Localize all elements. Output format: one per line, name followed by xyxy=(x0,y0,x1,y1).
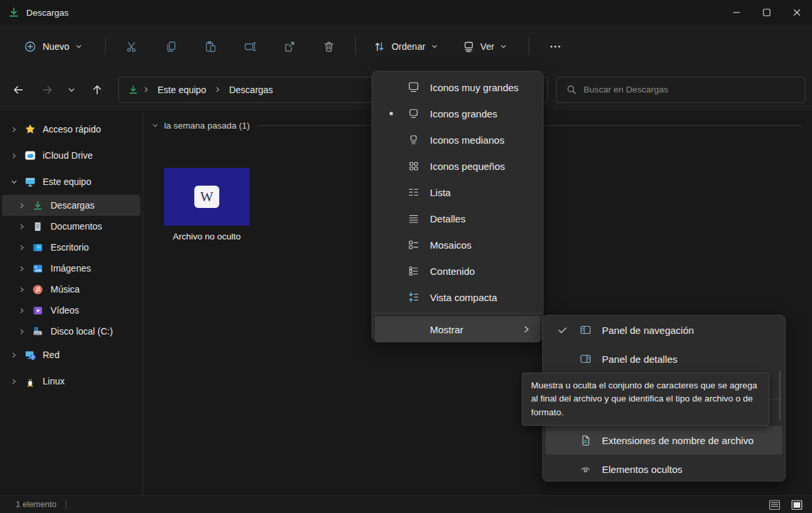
menu-item-label: Lista xyxy=(430,187,451,198)
close-icon xyxy=(792,7,802,18)
chevron-right-icon[interactable] xyxy=(11,352,18,358)
download-icon xyxy=(32,200,44,211)
rename-button[interactable] xyxy=(237,33,263,60)
menu-item-iconos-muy-grandes[interactable]: Iconos muy grandes xyxy=(375,74,540,100)
network-icon xyxy=(24,349,36,361)
submenu-item-label: Panel de navegación xyxy=(602,325,694,336)
menu-item-lista[interactable]: Lista xyxy=(375,179,540,205)
large-icons-icon xyxy=(408,108,419,119)
submenu-item-elementos-ocultos[interactable]: Elementos ocultos xyxy=(545,455,782,483)
sidebar-item-este-equipo[interactable]: Este equipo xyxy=(2,169,140,195)
share-button[interactable] xyxy=(276,33,303,60)
chevron-right-icon[interactable] xyxy=(19,203,26,209)
trash-icon xyxy=(322,40,335,53)
breadcrumb-item-este-equipo[interactable]: Este equipo xyxy=(154,83,210,97)
chevron-down-icon xyxy=(500,43,507,51)
chevron-right-icon[interactable] xyxy=(11,153,18,159)
downloads-folder-icon xyxy=(128,85,139,95)
plus-circle-icon xyxy=(24,40,37,53)
chevron-right-icon xyxy=(142,86,150,93)
sidebar-item-videos[interactable]: Vídeos xyxy=(2,300,140,321)
details-view-toggle[interactable] xyxy=(766,498,783,512)
paste-icon xyxy=(204,40,217,53)
thumbnail-view-icon xyxy=(790,499,803,511)
more-options-button[interactable] xyxy=(542,33,568,60)
search-box[interactable] xyxy=(556,77,805,103)
disk-icon xyxy=(32,326,44,337)
cut-button[interactable] xyxy=(119,33,145,60)
sidebar-item-red[interactable]: Red xyxy=(2,342,140,368)
scrollbar[interactable] xyxy=(779,371,780,421)
document-icon xyxy=(32,221,44,232)
search-input[interactable] xyxy=(584,85,805,94)
chevron-down-icon[interactable] xyxy=(152,122,159,129)
submenu-item-panel-de-detalles[interactable]: Panel de detalles xyxy=(545,344,782,373)
submenu-item-panel-de-navegacion[interactable]: Panel de navegación xyxy=(545,316,782,344)
chevron-right-icon[interactable] xyxy=(19,245,26,251)
scissors-icon xyxy=(125,40,139,53)
menu-item-mosaicos[interactable]: Mosaicos xyxy=(375,232,540,258)
sidebar-item-label: Música xyxy=(51,284,79,295)
paste-button[interactable] xyxy=(198,33,224,60)
details-view-icon xyxy=(408,213,419,224)
arrow-right-icon xyxy=(41,83,54,96)
back-button[interactable] xyxy=(8,79,29,100)
details-view-icon xyxy=(768,499,781,511)
menu-item-label: Iconos grandes xyxy=(430,108,498,119)
sidebar-item-musica[interactable]: Música xyxy=(2,279,140,300)
chevron-right-icon[interactable] xyxy=(11,379,18,384)
sidebar-item-label: Documentos xyxy=(51,221,102,232)
new-button[interactable]: Nuevo xyxy=(16,35,91,58)
sidebar-item-escritorio[interactable]: Escritorio xyxy=(2,237,140,258)
sidebar-item-documentos[interactable]: Documentos xyxy=(2,216,140,237)
chevron-right-icon[interactable] xyxy=(11,127,18,133)
chevron-down-icon[interactable] xyxy=(11,179,18,185)
menu-item-iconos-medianos[interactable]: Iconos medianos xyxy=(375,127,540,153)
menu-item-vista-compacta[interactable]: Vista compacta xyxy=(375,284,540,310)
search-icon xyxy=(566,84,577,95)
menu-item-iconos-grandes[interactable]: Iconos grandes xyxy=(375,100,540,127)
menu-item-contenido[interactable]: Contenido xyxy=(375,258,540,284)
sidebar-item-label: iCloud Drive xyxy=(43,150,93,161)
item-count: 1 elemento xyxy=(16,500,56,509)
chevron-right-icon[interactable] xyxy=(19,308,26,314)
videos-icon xyxy=(32,305,44,316)
maximize-button[interactable] xyxy=(752,0,782,25)
sidebar-item-imagenes[interactable]: Imágenes xyxy=(2,258,140,279)
close-button[interactable] xyxy=(782,0,812,25)
file-item[interactable]: W Archivo no oculto xyxy=(154,157,260,241)
sidebar-item-linux[interactable]: Linux xyxy=(2,368,140,394)
sidebar-item-icloud-drive[interactable]: iCloud Drive xyxy=(2,142,140,169)
minimize-button[interactable] xyxy=(721,0,752,25)
downloads-folder-icon xyxy=(8,7,20,18)
sidebar-item-acceso-rapido[interactable]: Acceso rápido xyxy=(2,116,140,142)
recent-locations-button[interactable] xyxy=(63,79,80,100)
thumbnail-view-toggle[interactable] xyxy=(788,498,805,512)
submenu-item-extensiones-de-nombre-de-archivo[interactable]: Extensiones de nombre de archivo xyxy=(545,426,782,455)
chevron-right-icon[interactable] xyxy=(19,224,26,230)
checkmark-icon xyxy=(545,325,580,335)
sort-arrows-icon xyxy=(373,40,386,53)
copy-button[interactable] xyxy=(158,33,184,60)
window-title: Descargas xyxy=(26,8,69,18)
menu-item-detalles[interactable]: Detalles xyxy=(375,205,540,232)
chevron-right-icon[interactable] xyxy=(19,287,26,293)
breadcrumb-item-descargas[interactable]: Descargas xyxy=(225,83,277,97)
chevron-right-icon[interactable] xyxy=(19,329,26,335)
view-button[interactable]: Ver xyxy=(456,35,514,58)
delete-button[interactable] xyxy=(316,33,342,60)
chevron-right-icon[interactable] xyxy=(19,266,26,272)
sidebar-item-descargas[interactable]: Descargas xyxy=(2,195,140,216)
sidebar-item-disco-local[interactable]: Disco local (C:) xyxy=(2,321,140,342)
command-bar: Nuevo Ordenar Ver xyxy=(0,25,812,68)
view-layout-icon xyxy=(462,40,475,53)
forward-button[interactable] xyxy=(37,79,58,100)
sidebar-item-label: Linux xyxy=(43,376,64,386)
navigation-pane-icon xyxy=(580,324,591,336)
up-button[interactable] xyxy=(87,79,108,100)
menu-item-iconos-pequenos[interactable]: Iconos pequeños xyxy=(375,153,540,179)
menu-item-label: Mostrar xyxy=(430,324,463,335)
menu-item-mostrar[interactable]: Mostrar xyxy=(375,316,540,342)
sort-button[interactable]: Ordenar xyxy=(366,35,444,58)
sidebar-item-label: Disco local (C:) xyxy=(51,326,113,337)
